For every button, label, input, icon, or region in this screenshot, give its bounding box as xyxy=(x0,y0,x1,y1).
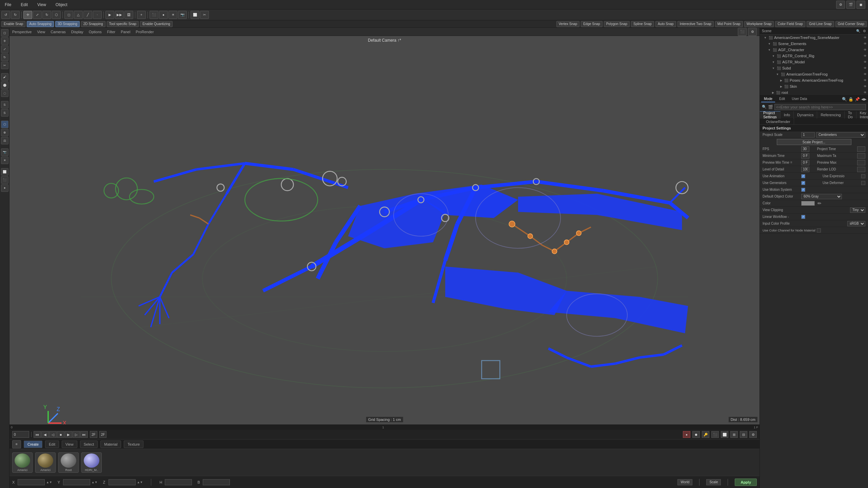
eye-5[interactable]: 👁 xyxy=(864,66,867,70)
sphere-btn[interactable]: ● xyxy=(159,11,168,19)
value-fps[interactable] xyxy=(801,146,809,152)
goto-start-btn[interactable]: ⏮ xyxy=(34,431,41,438)
min-time-input[interactable] xyxy=(803,154,808,158)
checkbox-linear-workflow[interactable]: ✓ xyxy=(801,215,805,219)
render-btn[interactable]: ▶ xyxy=(105,11,114,19)
play-back-btn[interactable]: ◁ xyxy=(49,431,57,438)
value-min-time[interactable] xyxy=(801,153,809,159)
auto-snapping-btn[interactable]: Auto Snapping xyxy=(27,21,54,27)
default-object-color-dropdown[interactable]: 60% Gray xyxy=(801,194,842,199)
menu-file[interactable]: File xyxy=(3,2,13,8)
search-icon[interactable]: 🔍 xyxy=(842,97,847,102)
deform-tool[interactable]: ⬜ xyxy=(1,168,8,176)
checkbox-use-generators[interactable]: ✓ xyxy=(801,181,805,185)
x-arrows[interactable]: ▲▼ xyxy=(46,481,52,484)
camera-btn[interactable]: 📷 xyxy=(178,11,187,19)
vertex-snap-btn[interactable]: Vertex Snap xyxy=(556,21,579,27)
knife-btn[interactable]: ✂ xyxy=(200,11,209,19)
toggle-mode4[interactable]: ⊟ xyxy=(740,431,747,438)
checkbox-use-expression[interactable] xyxy=(861,174,865,178)
material-thumb-1[interactable]: Americi xyxy=(35,452,56,473)
tab-edit[interactable]: Edit xyxy=(45,441,59,448)
tree-item-scene-master[interactable]: ▼ ⬛ AmericanGreenTreeFrog_SceneMaster 👁 xyxy=(760,35,868,41)
tree-item-skin[interactable]: ▶ ⬛ Skin 👁 xyxy=(760,83,868,89)
collapse-btn[interactable]: ≡ xyxy=(12,440,21,448)
fx-tool[interactable]: ✦ xyxy=(1,184,8,192)
scale-button[interactable]: Scale xyxy=(706,479,721,485)
3d-snapping-btn[interactable]: 3D Snapping xyxy=(55,21,80,27)
auto-key-btn[interactable]: 🔑 xyxy=(702,431,709,438)
tree-item-agtr-model[interactable]: ▼ ⬛ AGTR_Model 👁 xyxy=(760,59,868,65)
viewport-prorender-btn[interactable]: ProRender xyxy=(136,30,154,34)
max-ta-input[interactable] xyxy=(859,154,864,158)
tool-specific-snap-btn[interactable]: Tool specific Snap xyxy=(107,21,139,27)
pin-icon[interactable]: 📌 xyxy=(855,97,860,102)
record-btn[interactable]: ● xyxy=(683,431,690,438)
viewport-3d[interactable]: Default Camera ↑* xyxy=(9,36,760,424)
undo-icon[interactable]: ↺ xyxy=(1,11,10,19)
select-tool[interactable]: ◻ xyxy=(1,29,8,37)
x-input[interactable] xyxy=(18,479,45,485)
paint-tool[interactable]: 🖌 xyxy=(1,73,8,81)
checkbox-use-color-channel[interactable] xyxy=(817,228,821,232)
eye-0[interactable]: 👁 xyxy=(864,36,867,39)
knife-tool[interactable]: ✂ xyxy=(1,62,8,69)
eye-7[interactable]: 👁 xyxy=(864,79,867,82)
stop-btn[interactable]: ■ xyxy=(57,431,64,438)
scale-tool[interactable]: ⤢ xyxy=(1,45,8,53)
2d-snapping-btn[interactable]: 2D Snapping xyxy=(81,21,105,27)
tab-create[interactable]: Create xyxy=(24,441,42,448)
render-to-pic-btn[interactable]: 🖼 xyxy=(124,11,133,19)
tab-octane[interactable]: OctaneRender xyxy=(763,118,794,125)
rig-tool[interactable]: ⬡ xyxy=(1,121,8,128)
redo-icon[interactable]: ↻ xyxy=(11,11,20,19)
input-color-profile-dropdown[interactable]: sRGB xyxy=(847,221,865,226)
color-field-snap-btn[interactable]: Color Field Snap xyxy=(775,21,805,27)
tab-todo[interactable]: To Do xyxy=(845,111,856,119)
mid-point-snap-btn[interactable]: Mid Point Snap xyxy=(715,21,743,27)
eye-3[interactable]: 👁 xyxy=(864,54,867,58)
eye-6[interactable]: 👁 xyxy=(864,73,867,76)
mode-tab-mode[interactable]: Mode xyxy=(761,96,775,102)
value-render-lod[interactable] xyxy=(857,167,865,172)
tree-item-scene-elements[interactable]: ▼ ⬛ Scene_Elements 👁 xyxy=(760,41,868,47)
maximize-viewport-btn[interactable]: ⬛ xyxy=(738,28,747,36)
enable-quantizing-btn[interactable]: Enable Quantizing xyxy=(140,21,173,27)
material-thumb-2[interactable]: Root xyxy=(58,452,79,473)
scene-tree-settings-icon[interactable]: ⚙ xyxy=(863,29,866,33)
tab-material[interactable]: Material xyxy=(100,441,121,448)
value-project-time[interactable] xyxy=(857,146,865,152)
checkbox-use-animation[interactable]: ✓ xyxy=(801,174,805,178)
edge-snap-btn[interactable]: Edge Snap xyxy=(581,21,603,27)
tab-project-settings[interactable]: Project Settings xyxy=(760,111,781,119)
ipr-btn[interactable]: ▶▶ xyxy=(115,11,124,19)
z-input[interactable] xyxy=(108,479,136,485)
edge-mode-icon[interactable]: ╱ xyxy=(83,11,92,19)
eye-8[interactable]: 👁 xyxy=(864,85,867,88)
viewport-cameras-btn[interactable]: Cameras xyxy=(51,30,66,34)
next-frame-btn[interactable]: ▷ xyxy=(73,431,80,438)
point-mode-icon[interactable]: · xyxy=(93,11,102,19)
tab-info[interactable]: Info xyxy=(781,111,794,119)
tab-referencing[interactable]: Referencing xyxy=(817,111,844,119)
preview-max-input[interactable] xyxy=(859,161,864,164)
interactive-two-snap-btn[interactable]: Interective Two Snap xyxy=(677,21,714,27)
tab-texture[interactable]: Texture xyxy=(124,441,143,448)
y-arrows[interactable]: ▲▼ xyxy=(92,481,98,484)
spline-tool[interactable]: S xyxy=(1,109,8,117)
rotate-tool-icon[interactable]: ↻ xyxy=(42,11,51,19)
eye-2[interactable]: 👁 xyxy=(864,48,867,52)
value-preview-max[interactable] xyxy=(857,160,865,165)
joint-tool[interactable]: ⊕ xyxy=(1,129,8,136)
auto-snap-btn[interactable]: Auto Snap xyxy=(655,21,676,27)
fps-input[interactable] xyxy=(803,147,808,151)
tree-item-subd[interactable]: ▼ ⬛ Subd 👁 xyxy=(760,65,868,71)
toggle-mode1[interactable]: ⬛ xyxy=(711,431,719,438)
move-tool-icon[interactable]: ✛ xyxy=(23,11,32,19)
viewport-filter-btn[interactable]: Filter xyxy=(107,30,115,34)
grid-line-snap-btn[interactable]: Grid Line Snap xyxy=(807,21,834,27)
tree-item-root[interactable]: ▶ ⬛ root 👁 xyxy=(760,89,868,96)
eye-1[interactable]: 👁 xyxy=(864,42,867,45)
menu-view[interactable]: View xyxy=(35,2,48,8)
toggle-mode2[interactable]: ⬜ xyxy=(721,431,728,438)
